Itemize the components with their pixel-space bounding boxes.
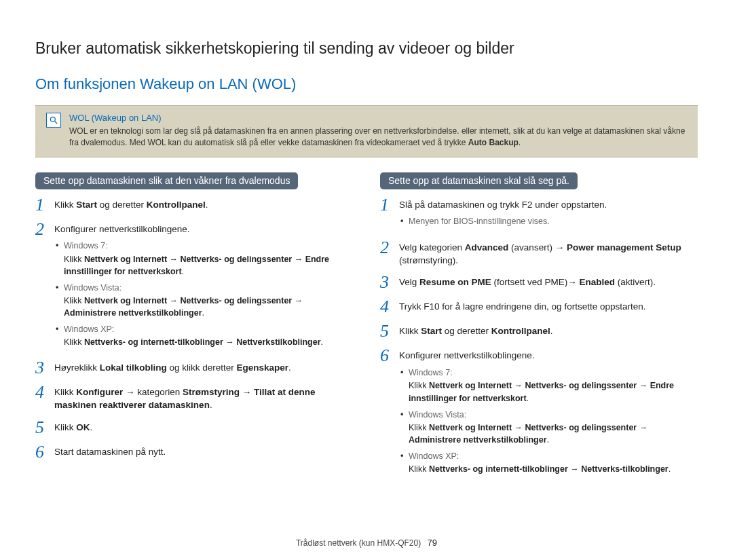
left-step-4: 4 Klikk Konfigurer → kategorien Strømsty… — [35, 384, 353, 412]
section-title: Om funksjonen Wakeup on LAN (WOL) — [35, 75, 698, 93]
right-step-4: 4 Trykk F10 for å lagre endringene din, … — [380, 298, 698, 316]
right-step-5: 5 Klikk Start og deretter Kontrollpanel. — [380, 322, 698, 340]
list-item: Windows Vista: Klikk Nettverk og Interne… — [400, 409, 698, 446]
svg-line-1 — [55, 122, 58, 124]
list-item: Windows XP: Klikk Nettverks- og internet… — [56, 323, 353, 348]
footer-text: Trådløst nettverk (kun HMX-QF20) — [296, 538, 421, 548]
info-body: WOL er en teknologi som lar deg slå på d… — [69, 126, 687, 149]
left-header: Sette opp datamaskinen slik at den våkne… — [35, 172, 298, 189]
info-title: WOL (Wakeup on LAN) — [69, 113, 687, 123]
right-column: Sette opp at datamaskinen skal slå seg p… — [380, 172, 698, 487]
list-item: Windows 7: Klikk Nettverk og Internett →… — [400, 367, 698, 404]
right-step-1: 1 Slå på datamaskinen og trykk F2 under … — [380, 196, 698, 232]
right-header: Sette opp at datamaskinen skal slå seg p… — [380, 172, 578, 189]
left-step-3: 3 Høyreklikk Lokal tilkobling og klikk d… — [35, 359, 353, 377]
left-step-1: 1 Klikk Start og deretter Kontrollpanel. — [35, 196, 353, 214]
magnifier-icon — [46, 113, 61, 128]
list-item: Windows XP: Klikk Nettverks- og internet… — [400, 450, 698, 475]
list-item: Menyen for BIOS-innstillingene vises. — [400, 215, 607, 227]
left-step-6: 6 Start datamaskinen på nytt. — [35, 443, 353, 461]
right-step-6: 6 Konfigurer nettverkstilkoblingene. Win… — [380, 347, 698, 479]
page-title: Bruker automatisk sikkerhetskopiering ti… — [35, 39, 698, 58]
left-step-5: 5 Klikk OK. — [35, 419, 353, 436]
right-step-2: 2 Velg kategorien Advanced (avansert) → … — [380, 239, 698, 267]
list-item: Windows 7: Klikk Nettverk og Internett →… — [56, 240, 353, 277]
svg-point-0 — [50, 117, 55, 122]
left-step-2: 2 Konfigurer nettverkstilkoblingene. Win… — [35, 221, 353, 353]
page-footer: Trådløst nettverk (kun HMX-QF20) 79 — [0, 538, 733, 548]
left-column: Sette opp datamaskinen slik at den våkne… — [35, 172, 353, 487]
page-number: 79 — [428, 538, 437, 548]
right-step-3: 3 Velg Resume on PME (fortsett ved PME)→… — [380, 274, 698, 291]
list-item: Windows Vista: Klikk Nettverk og Interne… — [56, 282, 353, 319]
wol-info-box: WOL (Wakeup on LAN) WOL er en teknologi … — [35, 105, 698, 157]
